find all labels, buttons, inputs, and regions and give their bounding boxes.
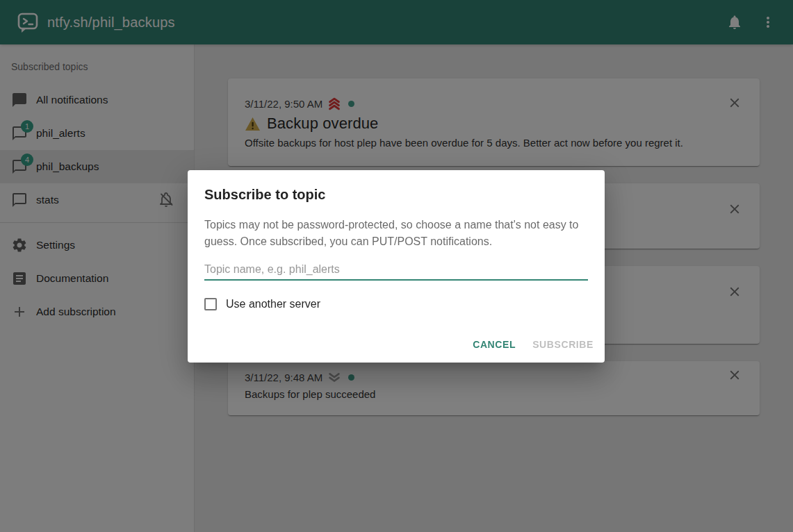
- dialog-description: Topics may not be password-protected, so…: [188, 203, 605, 250]
- topic-name-input[interactable]: [204, 260, 588, 281]
- subscribe-button[interactable]: SUBSCRIBE: [527, 332, 599, 357]
- use-another-server-row: Use another server: [204, 298, 588, 310]
- dialog-actions: CANCEL SUBSCRIBE: [188, 326, 605, 363]
- use-another-server-checkbox[interactable]: [204, 298, 217, 310]
- dialog-title: Subscribe to topic: [188, 170, 605, 203]
- subscribe-dialog: Subscribe to topic Topics may not be pas…: [188, 170, 605, 363]
- use-another-server-label: Use another server: [226, 298, 320, 310]
- cancel-button[interactable]: CANCEL: [467, 332, 521, 357]
